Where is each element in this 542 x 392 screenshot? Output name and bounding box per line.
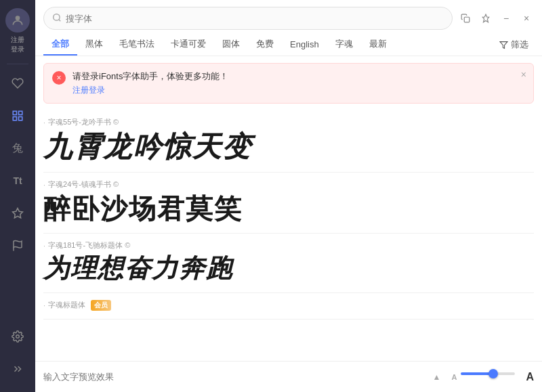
text-preview-input[interactable] <box>43 372 428 382</box>
font-preview-2[interactable]: 醉卧沙场君莫笑 <box>43 194 534 223</box>
font-name-2: 字魂24号-镇魂手书 © <box>48 179 119 190</box>
expand-arrow-icon[interactable]: ▲ <box>433 372 441 382</box>
tab-round[interactable]: 圆体 <box>214 34 248 56</box>
font-size-small-label: A <box>451 373 457 381</box>
font-item-1: · 字魂55号-龙吟手书 © 九霄龙吟惊天变 <box>43 110 534 173</box>
filter-button[interactable]: 筛选 <box>494 36 534 53</box>
svg-marker-5 <box>13 209 23 218</box>
svg-point-7 <box>16 335 20 339</box>
sidebar-item-rabbit[interactable]: 兔 <box>4 135 31 162</box>
sidebar: 注册 登录 兔 Tt <box>0 0 35 392</box>
font-preview-1[interactable]: 九霄龙吟惊天变 <box>43 131 534 162</box>
tab-english[interactable]: English <box>282 35 327 55</box>
notification-close-button[interactable]: × <box>52 71 66 85</box>
header: − × <box>35 0 542 30</box>
minimize-icon[interactable]: − <box>499 11 514 26</box>
font-dot-4: · <box>43 301 45 309</box>
sidebar-divider <box>7 64 28 64</box>
copy-icon[interactable] <box>458 11 473 26</box>
svg-rect-2 <box>19 111 22 114</box>
sidebar-item-settings[interactable] <box>4 323 31 350</box>
font-name-4: 字魂标题体 <box>48 300 85 310</box>
search-input[interactable] <box>66 14 444 24</box>
font-meta-3: · 字魂181号-飞驰标题体 © <box>43 240 534 251</box>
sidebar-item-grid[interactable] <box>4 102 31 129</box>
font-meta-2: · 字魂24号-镇魂手书 © <box>43 179 534 190</box>
svg-line-9 <box>59 19 61 21</box>
svg-point-0 <box>16 16 20 20</box>
tab-heiti[interactable]: 黑体 <box>77 34 111 56</box>
font-name-3: 字魂181号-飞驰标题体 © <box>48 240 130 251</box>
font-meta-4: · 字魂标题体 会员 <box>43 300 534 311</box>
font-dot-3: · <box>43 242 45 250</box>
header-icons: − × <box>458 11 534 26</box>
tab-bar: 全部 黑体 毛笔书法 卡通可爱 圆体 免费 English 字魂 最新 筛选 <box>35 30 542 56</box>
tab-free[interactable]: 免费 <box>248 34 282 56</box>
pin-icon[interactable] <box>478 11 493 26</box>
font-size-control: A A <box>451 371 534 383</box>
font-item-3: · 字魂181号-飞驰标题体 © 为理想奋力奔跑 <box>43 234 534 293</box>
font-name-1: 字魂55号-龙吟手书 © <box>48 117 119 127</box>
sidebar-item-home[interactable] <box>4 70 31 97</box>
notification-banner: × 请登录iFonts字体助手，体验更多功能！ 注册登录 × <box>43 63 534 104</box>
notification-title: 请登录iFonts字体助手，体验更多功能！ <box>72 70 525 83</box>
svg-rect-4 <box>13 117 16 121</box>
sidebar-bottom <box>4 320 31 392</box>
svg-point-8 <box>54 14 60 20</box>
font-item-4: · 字魂标题体 会员 <box>43 293 534 320</box>
svg-rect-3 <box>19 117 22 121</box>
font-item-2: · 字魂24号-镇魂手书 © 醉卧沙场君莫笑 <box>43 173 534 234</box>
filter-label: 筛选 <box>511 39 528 51</box>
sidebar-item-star[interactable] <box>4 200 31 227</box>
font-dot-1: · <box>43 118 45 127</box>
search-bar[interactable] <box>43 7 453 30</box>
tab-cartoon[interactable]: 卡通可爱 <box>163 34 214 56</box>
search-icon <box>52 13 62 24</box>
svg-marker-11 <box>500 41 507 48</box>
sidebar-item-text[interactable]: Tt <box>4 167 31 194</box>
font-dot-2: · <box>43 181 45 189</box>
tab-latest[interactable]: 最新 <box>361 34 395 56</box>
bottom-bar: ▲ A A <box>35 361 542 392</box>
font-size-large-label: A <box>526 371 534 383</box>
slider-track <box>461 372 515 375</box>
tab-zihun[interactable]: 字魂 <box>327 34 361 56</box>
tab-all[interactable]: 全部 <box>43 34 77 56</box>
sidebar-item-expand[interactable] <box>4 355 31 383</box>
tab-brush[interactable]: 毛笔书法 <box>111 34 163 56</box>
notification-dismiss-icon[interactable]: × <box>521 69 526 80</box>
register-label[interactable]: 注册 登录 <box>11 35 24 54</box>
font-preview-3[interactable]: 为理想奋力奔跑 <box>43 255 534 283</box>
font-size-slider[interactable] <box>461 372 522 382</box>
notification-register-link[interactable]: 注册登录 <box>72 85 525 96</box>
svg-rect-1 <box>13 111 16 114</box>
main-content: − × 全部 黑体 毛笔书法 卡通可爱 圆体 免费 English 字魂 最新 … <box>35 0 542 392</box>
close-icon[interactable]: × <box>519 11 534 26</box>
slider-thumb[interactable] <box>488 369 498 378</box>
notification-text: 请登录iFonts字体助手，体验更多功能！ 注册登录 <box>72 70 525 96</box>
avatar[interactable] <box>5 8 30 32</box>
svg-rect-10 <box>464 17 470 22</box>
sidebar-item-flag[interactable] <box>4 232 31 259</box>
font-list: · 字魂55号-龙吟手书 © 九霄龙吟惊天变 · 字魂24号-镇魂手书 © 醉卧… <box>35 110 542 361</box>
font-meta-1: · 字魂55号-龙吟手书 © <box>43 117 534 127</box>
vip-badge: 会员 <box>91 300 111 311</box>
